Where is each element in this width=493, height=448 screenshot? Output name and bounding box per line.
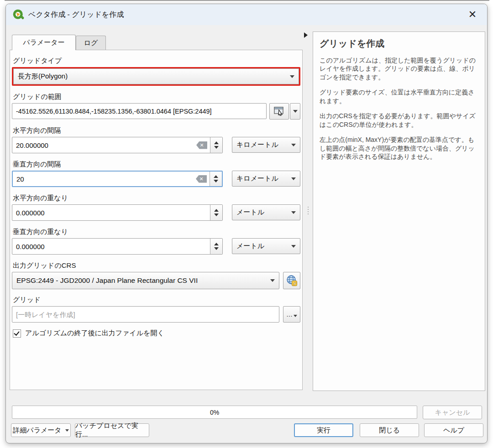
background-window-edge bbox=[5, 0, 489, 1]
v-spacing-spinbox: ✕ bbox=[12, 171, 223, 187]
panel-splitter-handle[interactable] bbox=[307, 201, 309, 219]
extent-field-box bbox=[12, 103, 267, 119]
v-spacing-stepper[interactable] bbox=[210, 172, 222, 186]
help-button[interactable]: ヘルプ bbox=[424, 423, 483, 437]
spin-up-icon bbox=[214, 209, 219, 212]
v-overlay-stepper[interactable] bbox=[210, 239, 222, 254]
v-overlay-spinbox bbox=[12, 238, 223, 255]
collapse-help-icon[interactable] bbox=[304, 32, 308, 38]
run-button[interactable]: 実行 bbox=[294, 423, 353, 437]
output-field-box bbox=[12, 306, 279, 323]
h-spacing-input[interactable] bbox=[12, 137, 196, 153]
crs-label: 出力グリッドのCRS bbox=[13, 260, 299, 271]
help-paragraph: このアルゴリズムは、指定した範囲を覆うグリッドのレイヤを作成します。グリッドの要… bbox=[320, 56, 478, 81]
chevron-down-icon bbox=[291, 177, 296, 180]
open-output-label: アルゴリズムの終了後に出力ファイルを開く bbox=[25, 329, 164, 338]
output-grid-label: グリッド bbox=[13, 295, 299, 305]
close-icon[interactable]: ✕ bbox=[466, 8, 479, 21]
h-overlay-stepper[interactable] bbox=[210, 205, 222, 220]
spin-down-icon bbox=[214, 214, 219, 216]
select-crs-button[interactable] bbox=[283, 272, 300, 289]
globe-edit-icon bbox=[286, 275, 298, 287]
h-overlay-unit-select[interactable]: メートル bbox=[232, 204, 300, 220]
dialog-title: ベクタ作成 - グリッドを作成 bbox=[28, 10, 124, 20]
extent-label: グリッドの範囲 bbox=[13, 92, 299, 102]
chevron-down-icon bbox=[291, 211, 296, 214]
clear-value-icon[interactable]: ✕ bbox=[196, 141, 207, 149]
help-paragraph: 左上の点(minX, MaxY)が要素の配置の基準点です。もし範囲の幅と高さが間… bbox=[320, 135, 478, 161]
advanced-parameters-button[interactable]: 詳細パラメータ bbox=[11, 423, 71, 437]
grid-type-label: グリッドタイプ bbox=[13, 56, 299, 66]
parameters-panel: グリッドタイプ 長方形(Polygon) グリッドの範囲 bbox=[10, 50, 303, 390]
h-overlay-spinbox bbox=[12, 204, 223, 221]
h-spacing-unit-select[interactable]: キロメートル bbox=[232, 137, 300, 153]
progress-bar: 0% bbox=[12, 406, 417, 419]
v-overlay-unit-value: メートル bbox=[236, 242, 264, 250]
extent-options-button[interactable] bbox=[290, 103, 300, 120]
chevron-down-icon bbox=[65, 429, 69, 432]
spin-up-icon bbox=[214, 243, 219, 245]
chevron-down-icon bbox=[291, 245, 296, 248]
ellipsis-menu-icon: … bbox=[286, 311, 297, 318]
help-paragraph: 出力のCRSを指定する必要があります。範囲やサイズはこのCRSの単位が使われます… bbox=[320, 112, 478, 129]
map-select-icon bbox=[274, 107, 285, 116]
output-layer-input[interactable] bbox=[12, 307, 279, 322]
close-button[interactable]: 閉じる bbox=[360, 423, 419, 437]
checkbox-checked-icon[interactable] bbox=[13, 329, 21, 338]
run-as-batch-button[interactable]: バッチプロセスで実行... bbox=[75, 423, 149, 437]
crs-select[interactable]: EPSG:2449 - JGD2000 / Japan Plane Rectan… bbox=[12, 272, 279, 289]
h-overlay-label: 水平方向の重なり bbox=[13, 193, 299, 203]
grid-type-select[interactable]: 長方形(Polygon) bbox=[13, 68, 299, 84]
chevron-down-icon bbox=[270, 279, 275, 282]
grid-type-value: 長方形(Polygon) bbox=[18, 72, 68, 81]
crs-value: EPSG:2449 - JGD2000 / Japan Plane Rectan… bbox=[16, 276, 198, 285]
v-overlay-unit-select[interactable]: メートル bbox=[232, 238, 300, 254]
browse-output-button[interactable]: … bbox=[283, 306, 300, 323]
v-spacing-unit-value: キロメートル bbox=[236, 174, 278, 183]
clear-value-icon[interactable]: ✕ bbox=[196, 175, 207, 183]
chevron-down-icon bbox=[290, 75, 294, 78]
spin-down-icon bbox=[214, 180, 218, 182]
help-title: グリッドを作成 bbox=[320, 37, 478, 50]
qgis-logo-icon bbox=[12, 9, 25, 21]
spin-down-icon bbox=[214, 247, 219, 250]
spin-up-icon bbox=[214, 175, 218, 178]
h-spacing-spinbox: ✕ bbox=[12, 137, 223, 153]
chevron-down-icon bbox=[293, 110, 298, 113]
spin-up-icon bbox=[214, 141, 219, 144]
v-overlay-input[interactable] bbox=[12, 239, 210, 254]
h-spacing-stepper[interactable] bbox=[210, 137, 222, 153]
tab-parameters[interactable]: パラメーター bbox=[12, 35, 76, 50]
cancel-button[interactable]: キャンセル bbox=[423, 406, 482, 419]
v-spacing-unit-select[interactable]: キロメートル bbox=[232, 171, 300, 187]
progress-value: 0% bbox=[210, 409, 219, 416]
create-grid-dialog: ベクタ作成 - グリッドを作成 ✕ パラメーター ログ グリッドタイプ 長方形(… bbox=[5, 4, 488, 443]
v-spacing-label: 垂直方向の間隔 bbox=[13, 159, 299, 169]
help-panel: グリッドを作成 このアルゴリズムは、指定した範囲を覆うグリッドのレイヤを作成しま… bbox=[313, 31, 485, 391]
h-spacing-label: 水平方向の間隔 bbox=[13, 125, 299, 135]
open-output-checkbox-row[interactable]: アルゴリズムの終了後に出力ファイルを開く bbox=[13, 329, 299, 338]
spin-down-icon bbox=[214, 146, 219, 149]
h-overlay-input[interactable] bbox=[12, 205, 210, 220]
chevron-down-icon bbox=[291, 144, 296, 146]
h-overlay-unit-value: メートル bbox=[236, 208, 264, 217]
tab-log[interactable]: ログ bbox=[76, 36, 106, 50]
grid-type-highlight: 長方形(Polygon) bbox=[12, 67, 300, 86]
select-extent-on-map-button[interactable] bbox=[269, 103, 289, 120]
title-bar[interactable]: ベクタ作成 - グリッドを作成 bbox=[6, 4, 487, 25]
v-overlay-label: 垂直方向の重なり bbox=[13, 227, 299, 237]
help-paragraph: グリッド要素のサイズ、位置は水平垂直方向に定義されます。 bbox=[320, 88, 478, 105]
h-spacing-unit-value: キロメートル bbox=[236, 141, 278, 149]
advanced-parameters-label: 詳細パラメータ bbox=[13, 426, 61, 435]
v-spacing-input[interactable] bbox=[13, 172, 196, 186]
extent-input[interactable] bbox=[12, 104, 266, 119]
